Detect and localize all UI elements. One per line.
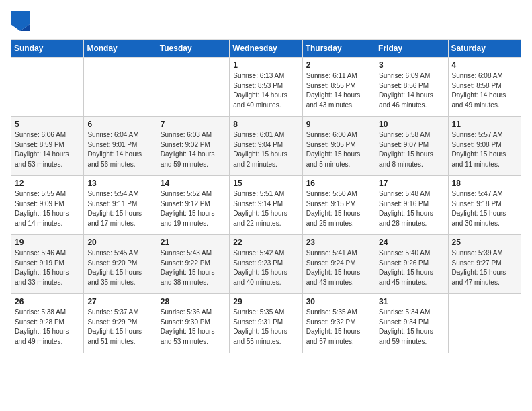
day-info: Sunrise: 6:06 AM Sunset: 8:59 PM Dayligh… [15, 130, 80, 169]
calendar-cell: 28Sunrise: 5:36 AM Sunset: 9:30 PM Dayli… [157, 294, 229, 353]
calendar-cell: 16Sunrise: 5:50 AM Sunset: 9:15 PM Dayli… [302, 176, 375, 235]
day-header-friday: Friday [375, 40, 448, 58]
day-number: 31 [379, 297, 444, 306]
day-info: Sunrise: 5:36 AM Sunset: 9:30 PM Dayligh… [161, 308, 226, 347]
day-info: Sunrise: 6:11 AM Sunset: 8:55 PM Dayligh… [306, 71, 371, 110]
day-number: 2 [306, 60, 371, 70]
day-info: Sunrise: 5:40 AM Sunset: 9:26 PM Dayligh… [379, 248, 444, 287]
calendar-cell: 6Sunrise: 6:04 AM Sunset: 9:01 PM Daylig… [84, 117, 157, 176]
day-info: Sunrise: 5:42 AM Sunset: 9:23 PM Dayligh… [233, 248, 298, 287]
calendar-cell: 25Sunrise: 5:39 AM Sunset: 9:27 PM Dayli… [448, 235, 521, 294]
day-number: 24 [379, 238, 444, 247]
calendar-cell: 18Sunrise: 5:47 AM Sunset: 9:18 PM Dayli… [448, 176, 521, 235]
calendar-cell: 29Sunrise: 5:35 AM Sunset: 9:31 PM Dayli… [230, 294, 302, 353]
day-info: Sunrise: 5:41 AM Sunset: 9:24 PM Dayligh… [306, 248, 371, 287]
day-number: 4 [452, 60, 517, 70]
day-number: 29 [233, 297, 298, 306]
day-number: 30 [306, 297, 371, 306]
calendar-cell: 22Sunrise: 5:42 AM Sunset: 9:23 PM Dayli… [230, 235, 302, 294]
day-info: Sunrise: 6:00 AM Sunset: 9:05 PM Dayligh… [306, 130, 371, 169]
day-info: Sunrise: 5:52 AM Sunset: 9:12 PM Dayligh… [161, 189, 226, 228]
day-number: 7 [161, 120, 226, 129]
day-number: 8 [233, 120, 298, 129]
day-number: 20 [87, 238, 152, 247]
day-info: Sunrise: 6:01 AM Sunset: 9:04 PM Dayligh… [233, 130, 298, 169]
calendar-cell [157, 58, 229, 117]
calendar-cell: 4Sunrise: 6:08 AM Sunset: 8:58 PM Daylig… [448, 58, 521, 117]
day-header-saturday: Saturday [448, 40, 521, 58]
calendar-cell: 17Sunrise: 5:48 AM Sunset: 9:16 PM Dayli… [375, 176, 448, 235]
day-number: 3 [379, 60, 444, 70]
calendar-cell: 13Sunrise: 5:54 AM Sunset: 9:11 PM Dayli… [84, 176, 157, 235]
calendar-cell: 9Sunrise: 6:00 AM Sunset: 9:05 PM Daylig… [302, 117, 375, 176]
calendar-cell: 8Sunrise: 6:01 AM Sunset: 9:04 PM Daylig… [230, 117, 302, 176]
logo [11, 11, 35, 31]
calendar-cell: 26Sunrise: 5:38 AM Sunset: 9:28 PM Dayli… [11, 294, 84, 353]
calendar-cell: 7Sunrise: 6:03 AM Sunset: 9:02 PM Daylig… [157, 117, 229, 176]
calendar-cell: 21Sunrise: 5:43 AM Sunset: 9:22 PM Dayli… [157, 235, 229, 294]
calendar-cell: 27Sunrise: 5:37 AM Sunset: 9:29 PM Dayli… [84, 294, 157, 353]
calendar-cell: 3Sunrise: 6:09 AM Sunset: 8:56 PM Daylig… [375, 58, 448, 117]
week-row-1: 1Sunrise: 6:13 AM Sunset: 8:53 PM Daylig… [11, 58, 521, 117]
day-number: 15 [233, 179, 298, 188]
day-info: Sunrise: 6:08 AM Sunset: 8:58 PM Dayligh… [452, 71, 517, 110]
calendar-cell: 14Sunrise: 5:52 AM Sunset: 9:12 PM Dayli… [157, 176, 229, 235]
calendar-cell: 31Sunrise: 5:34 AM Sunset: 9:34 PM Dayli… [375, 294, 448, 353]
day-number: 27 [87, 297, 152, 306]
day-header-thursday: Thursday [302, 40, 375, 58]
day-info: Sunrise: 5:38 AM Sunset: 9:28 PM Dayligh… [15, 308, 80, 347]
day-number: 26 [15, 297, 80, 306]
day-info: Sunrise: 5:45 AM Sunset: 9:20 PM Dayligh… [87, 248, 152, 287]
page-header [11, 11, 521, 31]
day-number: 21 [161, 238, 226, 247]
header-row: SundayMondayTuesdayWednesdayThursdayFrid… [11, 40, 521, 58]
week-row-3: 12Sunrise: 5:55 AM Sunset: 9:09 PM Dayli… [11, 176, 521, 235]
day-info: Sunrise: 5:35 AM Sunset: 9:31 PM Dayligh… [233, 308, 298, 347]
day-number: 17 [379, 179, 444, 188]
week-row-2: 5Sunrise: 6:06 AM Sunset: 8:59 PM Daylig… [11, 117, 521, 176]
day-info: Sunrise: 5:55 AM Sunset: 9:09 PM Dayligh… [15, 189, 80, 228]
day-info: Sunrise: 5:54 AM Sunset: 9:11 PM Dayligh… [87, 189, 152, 228]
day-number: 12 [15, 179, 80, 188]
day-info: Sunrise: 5:43 AM Sunset: 9:22 PM Dayligh… [161, 248, 226, 287]
day-number: 28 [161, 297, 226, 306]
day-info: Sunrise: 6:09 AM Sunset: 8:56 PM Dayligh… [379, 71, 444, 110]
calendar-cell: 12Sunrise: 5:55 AM Sunset: 9:09 PM Dayli… [11, 176, 84, 235]
day-info: Sunrise: 5:35 AM Sunset: 9:32 PM Dayligh… [306, 308, 371, 347]
day-info: Sunrise: 5:58 AM Sunset: 9:07 PM Dayligh… [379, 130, 444, 169]
calendar-cell: 10Sunrise: 5:58 AM Sunset: 9:07 PM Dayli… [375, 117, 448, 176]
day-number: 14 [161, 179, 226, 188]
day-header-wednesday: Wednesday [230, 40, 302, 58]
calendar-cell: 15Sunrise: 5:51 AM Sunset: 9:14 PM Dayli… [230, 176, 302, 235]
day-info: Sunrise: 6:04 AM Sunset: 9:01 PM Dayligh… [87, 130, 152, 169]
calendar-table: SundayMondayTuesdayWednesdayThursdayFrid… [11, 39, 521, 353]
calendar-cell: 1Sunrise: 6:13 AM Sunset: 8:53 PM Daylig… [230, 58, 302, 117]
day-number: 19 [15, 238, 80, 247]
day-info: Sunrise: 5:39 AM Sunset: 9:27 PM Dayligh… [452, 248, 517, 287]
calendar-cell [448, 294, 521, 353]
calendar-cell: 30Sunrise: 5:35 AM Sunset: 9:32 PM Dayli… [302, 294, 375, 353]
day-number: 22 [233, 238, 298, 247]
day-number: 6 [87, 120, 152, 129]
calendar-cell [11, 58, 84, 117]
week-row-5: 26Sunrise: 5:38 AM Sunset: 9:28 PM Dayli… [11, 294, 521, 353]
day-info: Sunrise: 5:57 AM Sunset: 9:08 PM Dayligh… [452, 130, 517, 169]
day-info: Sunrise: 5:47 AM Sunset: 9:18 PM Dayligh… [452, 189, 517, 228]
day-info: Sunrise: 5:34 AM Sunset: 9:34 PM Dayligh… [379, 308, 444, 347]
day-info: Sunrise: 5:37 AM Sunset: 9:29 PM Dayligh… [87, 308, 152, 347]
day-info: Sunrise: 5:50 AM Sunset: 9:15 PM Dayligh… [306, 189, 371, 228]
day-header-sunday: Sunday [11, 40, 84, 58]
calendar-cell: 2Sunrise: 6:11 AM Sunset: 8:55 PM Daylig… [302, 58, 375, 117]
calendar-cell [84, 58, 157, 117]
day-number: 11 [452, 120, 517, 129]
day-header-tuesday: Tuesday [157, 40, 229, 58]
day-header-monday: Monday [84, 40, 157, 58]
day-number: 13 [87, 179, 152, 188]
calendar-cell: 20Sunrise: 5:45 AM Sunset: 9:20 PM Dayli… [84, 235, 157, 294]
day-number: 16 [306, 179, 371, 188]
day-info: Sunrise: 5:51 AM Sunset: 9:14 PM Dayligh… [233, 189, 298, 228]
day-number: 23 [306, 238, 371, 247]
calendar-cell: 5Sunrise: 6:06 AM Sunset: 8:59 PM Daylig… [11, 117, 84, 176]
day-info: Sunrise: 5:46 AM Sunset: 9:19 PM Dayligh… [15, 248, 80, 287]
logo-icon [11, 11, 31, 31]
